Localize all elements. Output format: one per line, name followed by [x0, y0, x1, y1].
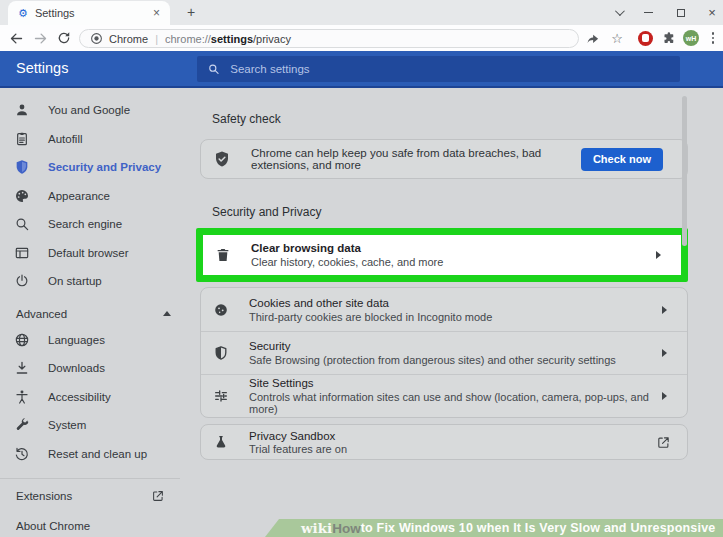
sidebar-item-languages[interactable]: Languages: [0, 326, 195, 355]
wrench-icon: [14, 417, 30, 433]
wikihow-watermark: wikiHow to Fix Windows 10 when It Is Ver…: [265, 519, 723, 537]
caret-up-icon: [163, 311, 171, 316]
tab-search-chevron-icon[interactable]: [606, 0, 630, 25]
bookmark-star-button[interactable]: ☆: [606, 27, 628, 49]
check-now-button[interactable]: Check now: [581, 148, 663, 171]
sidebar-advanced-toggle[interactable]: Advanced: [0, 302, 195, 326]
person-icon: [14, 102, 30, 118]
sidebar-item-security-and-privacy[interactable]: Security and Privacy: [0, 153, 195, 182]
search-engine-icon: [14, 216, 30, 232]
reload-button[interactable]: [52, 27, 76, 49]
back-button[interactable]: [4, 27, 28, 49]
extensions-label: Extensions: [16, 490, 72, 502]
safety-check-message: Chrome can help keep you safe from data …: [251, 147, 581, 171]
sidebar-item-label: Security and Privacy: [48, 161, 161, 173]
flask-icon: [213, 434, 229, 450]
sidebar-item-you-and-google[interactable]: You and Google: [0, 96, 195, 125]
row-privacy-sandbox[interactable]: Privacy Sandbox Trial features are on: [200, 424, 688, 460]
sidebar-item-downloads[interactable]: Downloads: [0, 354, 195, 383]
reload-icon: [57, 31, 71, 45]
settings-search-input[interactable]: [230, 63, 670, 75]
security-privacy-card: Cookies and other site data Third-party …: [200, 287, 688, 418]
profile-button[interactable]: wH: [680, 27, 702, 49]
scrollbar-thumb[interactable]: [682, 96, 687, 246]
settings-content: You and Google Autofill Security and Pri…: [0, 88, 723, 537]
extension-red-button[interactable]: [634, 27, 656, 49]
new-tab-button[interactable]: +: [181, 3, 201, 23]
url-separator: |: [155, 33, 158, 45]
profile-avatar: wH: [683, 30, 699, 46]
window-maximize-button[interactable]: [669, 0, 693, 25]
browser-menu-button[interactable]: [702, 27, 723, 49]
globe-icon: [14, 332, 30, 348]
external-link-icon: [151, 489, 165, 503]
sidebar-item-label: Downloads: [48, 362, 105, 374]
address-bar[interactable]: Chrome | chrome://settings/privacy: [79, 29, 579, 48]
trash-icon: [215, 247, 231, 263]
tab-settings[interactable]: ⚙ Settings ×: [8, 1, 170, 25]
sidebar-item-default-browser[interactable]: Default browser: [0, 239, 195, 268]
sidebar-item-label: You and Google: [48, 104, 130, 116]
forward-button[interactable]: [28, 27, 52, 49]
url-scheme: chrome://: [165, 33, 211, 45]
external-link-icon[interactable]: [656, 435, 671, 450]
power-icon: [14, 273, 30, 289]
window-minimize-button[interactable]: [636, 0, 660, 25]
row-title: Site Settings: [249, 377, 662, 389]
row-clear-browsing-data[interactable]: Clear browsing data Clear history, cooki…: [203, 235, 681, 275]
sidebar-item-on-startup[interactable]: On startup: [0, 267, 195, 296]
download-icon: [14, 360, 30, 376]
row-title: Security: [249, 340, 662, 352]
highlight-annotation-box: Clear browsing data Clear history, cooki…: [196, 228, 688, 282]
sidebar-item-reset-and-clean-up[interactable]: Reset and clean up: [0, 440, 195, 469]
safety-check-card: Chrome can help keep you safe from data …: [200, 139, 688, 179]
tab-title: Settings: [35, 7, 151, 19]
url-host: settings: [211, 33, 253, 45]
sidebar-item-extensions[interactable]: Extensions: [0, 483, 195, 509]
sidebar-item-label: Autofill: [48, 133, 83, 145]
wikihow-brand-wiki: wiki: [301, 520, 332, 536]
accessibility-icon: [14, 389, 30, 405]
chevron-down-icon: [614, 6, 624, 16]
sidebar-item-about-chrome[interactable]: About Chrome: [0, 513, 195, 537]
sidebar-item-search-engine[interactable]: Search engine: [0, 210, 195, 239]
row-site-settings[interactable]: Site Settings Controls what information …: [201, 374, 687, 417]
url-path: /privacy: [253, 33, 291, 45]
row-subtitle: Safe Browsing (protection from dangerous…: [249, 354, 662, 366]
about-chrome-label: About Chrome: [16, 520, 90, 532]
row-cookies-and-other-site-data[interactable]: Cookies and other site data Third-party …: [201, 288, 687, 331]
url-site-label: Chrome: [109, 33, 148, 45]
sidebar-item-label: Languages: [48, 334, 105, 346]
sidebar-item-appearance[interactable]: Appearance: [0, 182, 195, 211]
sidebar-item-system[interactable]: System: [0, 411, 195, 440]
window-close-button[interactable]: ×: [701, 0, 723, 25]
palette-icon: [14, 188, 30, 204]
wikihow-brand-how: How: [332, 521, 361, 536]
browser-toolbar: Chrome | chrome://settings/privacy ☆ wH: [0, 25, 723, 51]
sidebar-item-label: Accessibility: [48, 391, 111, 403]
sidebar-item-accessibility[interactable]: Accessibility: [0, 383, 195, 412]
settings-main: Safety check Chrome can help keep you sa…: [195, 88, 723, 537]
row-title: Privacy Sandbox: [249, 430, 656, 442]
tab-close-icon[interactable]: ×: [151, 6, 162, 20]
share-button[interactable]: [581, 27, 603, 49]
sidebar-item-label: Search engine: [48, 218, 122, 230]
settings-gear-favicon-icon: ⚙: [18, 8, 28, 19]
cookie-icon: [213, 302, 229, 318]
minimize-icon: [644, 12, 653, 14]
extensions-menu-button[interactable]: [658, 27, 680, 49]
page-title: Settings: [16, 51, 68, 86]
row-subtitle: Controls what information sites can use …: [249, 391, 662, 415]
row-security[interactable]: Security Safe Browsing (protection from …: [201, 331, 687, 374]
forward-icon: [33, 31, 48, 46]
sidebar-item-label: On startup: [48, 275, 102, 287]
security-privacy-heading: Security and Privacy: [212, 205, 723, 219]
advanced-label: Advanced: [16, 308, 67, 320]
row-title: Clear browsing data: [251, 242, 656, 254]
sidebar-item-autofill[interactable]: Autofill: [0, 125, 195, 154]
tab-strip: ⚙ Settings × + ×: [0, 0, 723, 25]
maximize-icon: [677, 9, 685, 17]
row-subtitle: Third-party cookies are blocked in Incog…: [249, 311, 662, 323]
settings-search-box[interactable]: [197, 56, 680, 82]
chevron-right-icon: [662, 392, 667, 400]
